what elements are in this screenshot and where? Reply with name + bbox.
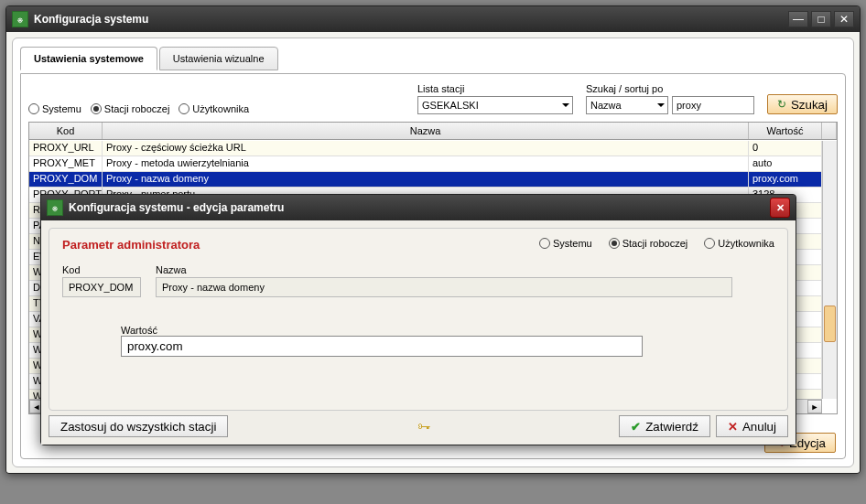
dialog-scope-system-radio[interactable]: Systemu xyxy=(539,238,592,249)
search-button[interactable]: ↻Szukaj xyxy=(767,94,838,114)
dialog-scope-user-radio[interactable]: Użytkownika xyxy=(704,238,774,249)
maximize-button[interactable]: □ xyxy=(811,11,831,27)
dialog-kod-label: Kod xyxy=(62,264,141,275)
col-header-nazwa[interactable]: Nazwa xyxy=(103,123,749,139)
dialog-wartosc-label: Wartość xyxy=(121,325,157,336)
refresh-icon: ↻ xyxy=(777,98,786,111)
station-list-select[interactable]: GSEKALSKI xyxy=(417,96,573,114)
key-icon[interactable]: 🗝 xyxy=(417,419,430,434)
confirm-label: Zatwierdź xyxy=(645,420,698,434)
search-button-label: Szukaj xyxy=(791,98,828,112)
apply-all-stations-button[interactable]: Zastosuj do wszystkich stacji xyxy=(49,415,228,437)
dialog-close-button[interactable]: ✕ xyxy=(770,198,790,218)
scope-user-label: Użytkownika xyxy=(192,103,249,114)
check-icon: ✔ xyxy=(631,420,641,434)
col-header-kod[interactable]: Kod xyxy=(29,123,103,139)
scroll-right-button[interactable]: ► xyxy=(807,400,822,413)
tab-visual-settings[interactable]: Ustawienia wizualne xyxy=(159,47,278,70)
dialog-scope-radios: Systemu Stacji roboczej Użytkownika xyxy=(539,238,774,249)
close-button[interactable]: ✕ xyxy=(834,11,854,27)
sort-select[interactable]: Nazwa xyxy=(586,96,668,114)
minimize-button[interactable]: — xyxy=(788,11,808,27)
apply-all-label: Zastosuj do wszystkich stacji xyxy=(60,420,216,434)
station-list-label: Lista stacji xyxy=(417,83,573,94)
scope-station-label: Stacji roboczej xyxy=(104,103,170,114)
cancel-label: Anuluj xyxy=(742,420,776,434)
table-row[interactable]: PROXY_DOMProxy - nazwa domenyproxy.com xyxy=(29,172,822,188)
table-row[interactable]: PROXY_URLProxy - częściowy ścieżka URL0 xyxy=(29,141,822,156)
scope-system-radio[interactable]: Systemu xyxy=(28,103,81,114)
search-input[interactable] xyxy=(672,96,754,114)
dialog-wartosc-input[interactable] xyxy=(121,336,643,357)
confirm-button[interactable]: ✔Zatwierdź xyxy=(619,415,710,437)
cancel-button[interactable]: ✕Anuluj xyxy=(716,415,788,437)
scope-station-radio[interactable]: Stacji roboczej xyxy=(91,103,170,114)
scope-system-label: Systemu xyxy=(42,103,81,114)
col-header-wartosc[interactable]: Wartość xyxy=(749,123,822,139)
app-icon: ⎈ xyxy=(12,11,28,27)
window-title: Konfiguracja systemu xyxy=(34,13,788,26)
scrollbar-thumb[interactable] xyxy=(824,306,836,342)
x-icon: ✕ xyxy=(728,420,738,434)
titlebar[interactable]: ⎈ Konfiguracja systemu — □ ✕ xyxy=(6,6,860,32)
scope-user-radio[interactable]: Użytkownika xyxy=(179,103,249,114)
sort-label: Szukaj / sortuj po xyxy=(586,83,754,94)
dialog-kod-value: PROXY_DOM xyxy=(62,277,141,297)
vertical-scrollbar[interactable] xyxy=(822,141,837,399)
dialog-title: Konfiguracja systemu - edycja parametru xyxy=(69,201,770,214)
tab-system-settings[interactable]: Ustawienia systemowe xyxy=(20,47,157,70)
scope-radio-group: Systemu Stacji roboczej Użytkownika xyxy=(28,103,249,114)
dialog-nazwa-label: Nazwa xyxy=(156,264,774,275)
dialog-icon: ⎈ xyxy=(47,199,63,216)
dialog-titlebar[interactable]: ⎈ Konfiguracja systemu - edycja parametr… xyxy=(41,195,796,220)
dialog-scope-station-radio[interactable]: Stacji roboczej xyxy=(609,238,688,249)
edit-param-dialog: ⎈ Konfiguracja systemu - edycja parametr… xyxy=(40,194,796,445)
dialog-nazwa-value: Proxy - nazwa domeny xyxy=(156,277,732,297)
table-row[interactable]: PROXY_METProxy - metoda uwierzytelniania… xyxy=(29,156,822,172)
